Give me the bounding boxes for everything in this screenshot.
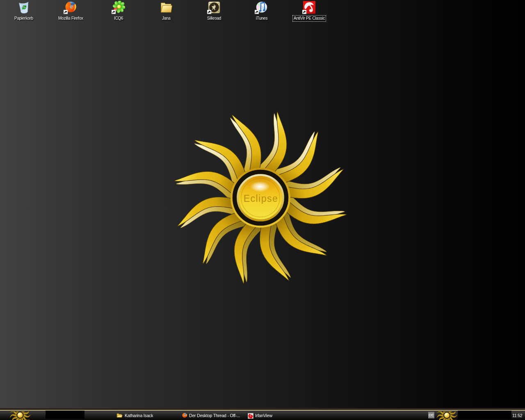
- svg-text:Eclipse: Eclipse: [244, 193, 278, 204]
